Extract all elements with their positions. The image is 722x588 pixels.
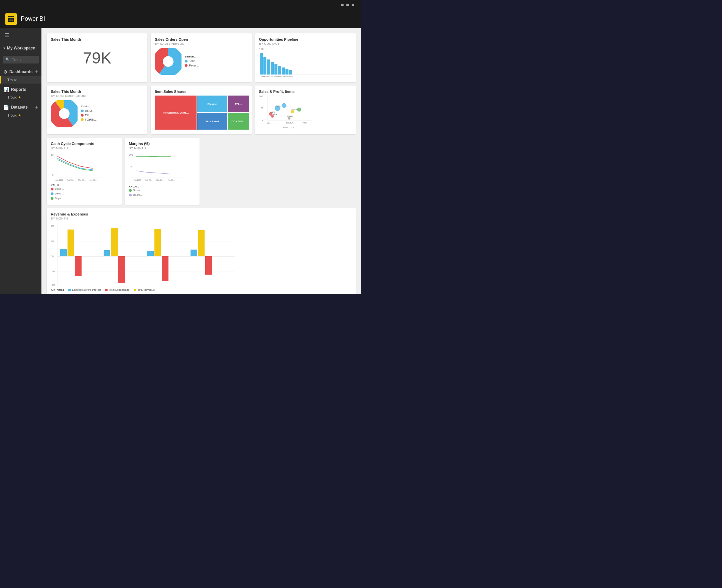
add-dashboard-button[interactable]: + — [35, 69, 38, 75]
svg-text:50: 50 — [261, 107, 263, 109]
svg-text:0: 0 — [132, 175, 133, 178]
row3-left: Cash Cycle Components BY MONTH 50 0 — [47, 138, 200, 205]
datasets-icon: 📄 — [3, 105, 9, 110]
svg-rect-77 — [75, 256, 82, 276]
svg-rect-6 — [263, 57, 266, 75]
svg-text:Jan 2015: Jan 2015 — [62, 286, 74, 286]
treemap-side-panel: Side Panel — [197, 113, 227, 130]
svg-rect-5 — [260, 53, 263, 75]
cash-cycle-legend-title: KPI_N... — [51, 184, 118, 187]
sales-customer-title: Sales This Month — [51, 89, 143, 93]
treemap: INNSBRUCK Stora... Bicycle ATL... Side P… — [155, 96, 247, 129]
cash-cycle-content: 50 0 Jan 2015 Feb 20... Mar 20... — [51, 152, 118, 183]
revenue-content: 2M 1M 0M -1M -2M — [51, 223, 352, 286]
cash-cycle-svg: 50 0 Jan 2015 Feb 20... Mar 20... — [51, 152, 118, 183]
svg-rect-8 — [271, 62, 274, 75]
sidebar-item-troux-report[interactable]: Troux ★ — [0, 93, 41, 101]
revenue-legend-expenditure: Total Expenditure — [105, 288, 130, 291]
svg-text:Mar 20...: Mar 20... — [157, 179, 164, 181]
header: Power BI — [0, 10, 361, 28]
dataset-star-icon: ★ — [18, 113, 21, 117]
scatter-svg: 100 50 0 0K 1996-S 20K Sales_LCY — [259, 96, 352, 129]
svg-point-40 — [271, 115, 274, 118]
revenue-legend-title: KPI_Name — [51, 288, 64, 292]
svg-text:0M: 0M — [51, 255, 54, 257]
svg-text:Jan 2015: Jan 2015 — [134, 179, 141, 181]
margins-legend-title: KPI_N... — [129, 185, 196, 188]
svg-rect-75 — [60, 249, 67, 256]
card-sales-by-customer: Sales This Month BY CUSTOMER GROUP Custo… — [47, 86, 147, 134]
sidebar-section-reports[interactable]: 📊 Reports — [0, 84, 41, 93]
svg-text:Apr 20...: Apr 20... — [168, 179, 175, 181]
sales-customer-pie — [51, 100, 78, 127]
svg-rect-11 — [282, 67, 285, 75]
svg-point-2 — [163, 56, 173, 67]
reports-icon: 📊 — [3, 87, 9, 92]
cash-cycle-title: Cash Cycle Components — [51, 142, 118, 146]
cash-legend-3: Days ... — [51, 197, 118, 200]
svg-text:1996-S: 1996-S — [286, 122, 293, 124]
svg-text:Jan 2015: Jan 2015 — [56, 179, 63, 181]
customer-legend-title: Custo... — [81, 105, 97, 108]
sidebar-item-troux-dashboard[interactable]: Troux — [0, 76, 41, 84]
card-sales-profit: Sales & Profit, Items 100 50 0 0K 1996-S… — [255, 86, 356, 134]
add-dataset-button[interactable]: + — [35, 104, 38, 110]
svg-rect-82 — [154, 229, 161, 256]
treemap-contos: CONTOS... — [228, 113, 249, 130]
dashboard-troux-label: Troux — [7, 78, 17, 82]
svg-text:-1M: -1M — [51, 270, 55, 273]
treemap-atl: ATL... — [228, 96, 249, 112]
opportunities-bar-chart: 0.2M — [259, 48, 352, 78]
svg-rect-76 — [67, 230, 74, 256]
svg-text:1940-S: 1940-S — [270, 113, 277, 115]
opportunities-svg: David Moni Desi BYT Belin Andr Guil Min … — [259, 51, 352, 78]
margins-legend-1: Gross ... — [129, 189, 196, 192]
treemap-bicycle: Bicycle — [197, 96, 227, 112]
margins-title: Margins (%) — [129, 142, 196, 146]
menu-icon[interactable]: ☰ — [0, 28, 41, 42]
svg-text:Feb 20...: Feb 20... — [67, 179, 74, 181]
sales-orders-pie-container: SalesP... John ... Peter ... — [155, 48, 247, 75]
svg-text:100: 100 — [259, 96, 263, 98]
svg-text:20K: 20K — [303, 122, 307, 124]
opportunities-subtitle: BY CONTACT — [259, 42, 352, 45]
dashboard-content: Sales This Month 79K Sales Orders Open B… — [41, 28, 361, 294]
svg-text:100: 100 — [129, 154, 133, 156]
item-sales-title: Item Sales Shares — [155, 89, 247, 93]
revenue-subtitle: BY MONTH — [51, 217, 352, 220]
window-dot-3 — [352, 4, 354, 6]
cash-cycle-subtitle: BY MONTH — [51, 146, 118, 150]
svg-point-41 — [288, 117, 290, 120]
sidebar-section-dashboards[interactable]: ⊙ Dashboards + — [0, 65, 41, 76]
window-dot-1 — [341, 4, 344, 6]
search-input[interactable] — [12, 58, 36, 62]
scatter-container: 100 50 0 0K 1996-S 20K Sales_LCY — [259, 96, 352, 130]
card-opportunities-pipeline: Opportunities Pipeline BY CONTACT 0.2M — [255, 34, 356, 82]
window-dot-2 — [346, 4, 349, 6]
search-box[interactable]: 🔍 — [3, 56, 39, 63]
sidebar-item-troux-dataset[interactable]: Troux ★ — [0, 111, 41, 119]
svg-text:Apr 2015: Apr 2015 — [193, 286, 204, 286]
svg-text:766B: 766B — [276, 105, 281, 107]
star-icon: ★ — [18, 96, 21, 99]
svg-text:1976-W: 1976-W — [291, 109, 298, 110]
revenue-title: Revenue & Expenses — [51, 212, 352, 216]
workspace-label: My Workspace — [7, 46, 35, 50]
card-margins: Margins (%) BY MONTH 100 50 0 — [125, 138, 200, 205]
report-troux-label: Troux — [7, 95, 17, 99]
svg-rect-83 — [162, 256, 168, 281]
main-layout: ☰ ▾ My Workspace 🔍 ⊙ Dashboards + Troux … — [0, 28, 361, 294]
sales-orders-title: Sales Orders Open — [155, 37, 247, 41]
legend-eu: EU — [81, 113, 97, 117]
app-title: Power BI — [21, 15, 45, 22]
svg-text:Mar 2015: Mar 2015 — [149, 286, 161, 286]
sales-customer-subtitle: BY CUSTOMER GROUP — [51, 94, 143, 98]
card-sales-orders-open: Sales Orders Open BY SALESPERSON SalesP.… — [151, 34, 251, 82]
datasets-label: Datasets — [11, 105, 28, 110]
svg-text:70000: 70000 — [287, 115, 293, 117]
cash-legend-2: Days ... — [51, 192, 118, 195]
sidebar-section-datasets[interactable]: 📄 Datasets + — [0, 101, 41, 111]
sales-this-month-value: 79K — [51, 42, 143, 74]
workspace-section[interactable]: ▾ My Workspace — [0, 42, 41, 54]
svg-rect-9 — [274, 64, 277, 75]
